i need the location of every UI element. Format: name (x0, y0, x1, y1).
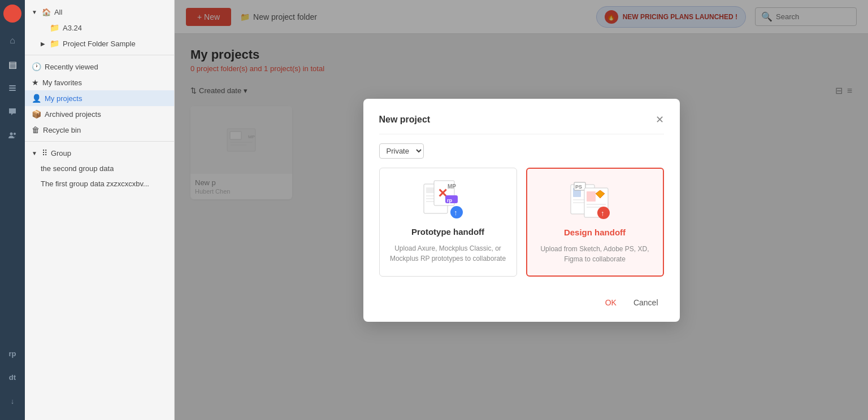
home-icon: 🏠 (42, 8, 51, 16)
sidebar-item-group[interactable]: ▼ ⠿ Group (25, 145, 174, 161)
sidebar-item-all[interactable]: ▼ 🏠 All (25, 5, 174, 20)
user-icon: 👤 (32, 94, 41, 103)
sidebar-item-my-projects[interactable]: 👤 My projects (25, 90, 174, 106)
document-icon[interactable]: ▤ (2, 54, 23, 75)
design-icon: PS ↑ (570, 180, 620, 221)
dialog-divider (379, 134, 664, 134)
main-area: + New 📁 New project folder 🔥 NEW PRICING… (175, 0, 868, 420)
sidebar-item-project-folder[interactable]: ▶ 📁 Project Folder Sample (25, 36, 174, 51)
chat-icon[interactable] (2, 102, 23, 122)
svg-point-3 (10, 133, 13, 135)
layers-icon[interactable] (2, 78, 23, 98)
svg-point-4 (14, 133, 16, 135)
icon-bar: ⌂ ▤ rp dt ↓ (0, 0, 25, 420)
sidebar-item-recycle[interactable]: 🗑 Recycle bin (25, 122, 174, 138)
sidebar-group-label: Group (51, 149, 71, 158)
sidebar-item-archived[interactable]: 📦 Archived projects (25, 106, 174, 122)
svg-text:MP: MP (448, 183, 456, 190)
dt-icon[interactable]: dt (2, 367, 23, 387)
sidebar-myprojects-label: My projects (45, 94, 82, 103)
icon-bar-bottom: rp dt ↓ (2, 343, 23, 415)
svg-rect-0 (9, 85, 16, 86)
sidebar-divider (25, 55, 174, 55)
sidebar-folder-a324: A3.24 (63, 24, 82, 32)
svg-text:PS: PS (575, 184, 582, 190)
sidebar-first-group-label: The first group data zxzxcxcxbv... (41, 180, 149, 188)
sidebar-second-group-label: the second group data (41, 164, 114, 173)
chevron-down-icon: ▼ (32, 9, 37, 15)
rp-icon[interactable]: rp (2, 343, 23, 364)
project-type-grid: ✕ MP rp ↑ Prototype handoff Upload Axure… (379, 168, 664, 277)
dialog-footer: OK Cancel (379, 290, 664, 310)
people-icon[interactable] (2, 125, 23, 146)
design-type-name: Design handoff (564, 228, 626, 237)
svg-rect-30 (587, 204, 606, 205)
folder-icon: 📁 (50, 39, 59, 48)
prototype-handoff-card[interactable]: ✕ MP rp ↑ Prototype handoff Upload Axure… (379, 168, 517, 277)
home-icon[interactable]: ⌂ (2, 30, 23, 51)
svg-rect-2 (9, 90, 16, 91)
svg-text:↑: ↑ (454, 208, 458, 217)
sidebar-recycle-label: Recycle bin (43, 126, 81, 134)
chevron-down-icon-group: ▼ (32, 150, 37, 156)
download-icon[interactable]: ↓ (2, 391, 23, 411)
avatar[interactable] (3, 5, 21, 23)
svg-rect-31 (587, 207, 601, 208)
all-label: All (54, 8, 62, 16)
sidebar-recently-label: Recently viewed (45, 63, 98, 71)
sidebar-favorites-label: My favorites (42, 78, 82, 87)
prototype-type-name: Prototype handoff (411, 227, 484, 237)
privacy-select[interactable]: Private Public (379, 143, 424, 159)
svg-rect-1 (9, 88, 16, 89)
sidebar-item-first-group[interactable]: The first group data zxzxcxcxbv... (25, 176, 174, 191)
sidebar-item-recently-viewed[interactable]: 🕐 Recently viewed (25, 59, 174, 75)
dialog-header: New project ✕ (379, 115, 664, 125)
close-button[interactable]: ✕ (656, 115, 664, 125)
archive-icon: 📦 (32, 110, 41, 119)
prototype-icon: ✕ MP rp ↑ (423, 180, 474, 220)
sidebar: ▼ 🏠 All 📁 A3.24 ▶ 📁 Project Folder Sampl… (25, 0, 175, 420)
design-type-desc: Upload from Sketch, Adobe PS, XD, Figma … (536, 244, 654, 264)
folder-icon: 📁 (50, 23, 59, 32)
sidebar-archived-label: Archived projects (45, 110, 101, 119)
design-handoff-card[interactable]: PS ↑ Design hando (526, 168, 664, 277)
modal-overlay[interactable]: New project ✕ Private Public (175, 0, 868, 420)
svg-rect-29 (587, 191, 596, 202)
prototype-type-desc: Upload Axure, Mockplus Classic, or Mockp… (389, 243, 507, 264)
svg-text:↑: ↑ (601, 209, 605, 217)
clock-icon: 🕐 (32, 62, 41, 71)
privacy-selector: Private Public (379, 143, 664, 159)
cancel-button[interactable]: Cancel (628, 295, 664, 310)
sidebar-project-folder-label: Project Folder Sample (63, 40, 136, 48)
group-icon: ⠿ (42, 148, 47, 158)
sidebar-item-second-group[interactable]: the second group data (25, 161, 174, 176)
sidebar-divider-2 (25, 141, 174, 142)
new-project-dialog: New project ✕ Private Public (363, 99, 680, 322)
dialog-title: New project (379, 115, 431, 125)
star-icon: ★ (32, 78, 39, 87)
svg-text:rp: rp (447, 198, 453, 203)
ok-button[interactable]: OK (600, 295, 622, 310)
svg-rect-11 (426, 187, 434, 193)
sidebar-item-my-favorites[interactable]: ★ My favorites (25, 75, 174, 90)
chevron-right-icon: ▶ (41, 41, 45, 47)
sidebar-item-a324[interactable]: 📁 A3.24 (25, 20, 174, 36)
trash-icon: 🗑 (32, 125, 40, 134)
